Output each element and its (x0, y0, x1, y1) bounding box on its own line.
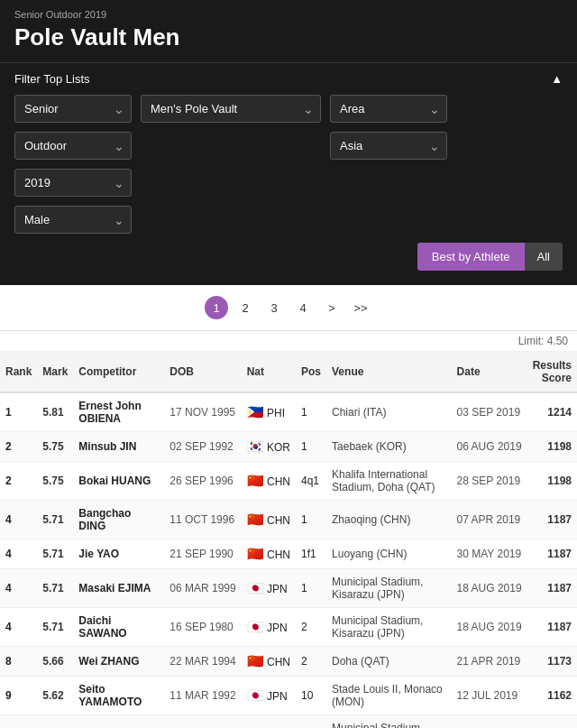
surface-select-wrap[interactable]: Outdoor (14, 132, 132, 160)
table-row: 4 5.71 Jie YAO 21 SEP 1990 🇨🇳 CHN 1f1 Lu… (0, 539, 577, 569)
discipline-select[interactable]: Men's Pole Vault (141, 95, 321, 123)
table-row: 2 5.75 Minsub JIN 02 SEP 1992 🇰🇷 KOR 1 T… (0, 432, 577, 462)
cell-score: 1187 (527, 569, 577, 608)
cell-competitor: Masaki EJIMA (73, 569, 164, 608)
cell-score: 1187 (527, 539, 577, 569)
cell-rank: 4 (0, 608, 37, 647)
filter-panel-header: Filter Top Lists ▲ (14, 72, 563, 86)
gender-select[interactable]: Male (14, 206, 132, 234)
cell-dob: 11 OCT 1996 (164, 501, 241, 539)
cell-dob: 22 MAR 1994 (164, 647, 241, 677)
page-title: Pole Vault Men (14, 23, 563, 51)
cell-nat: 🇰🇷 KOR (242, 432, 296, 462)
results-table-container: Limit: 4.50 Rank Mark Competitor DOB Nat… (0, 331, 577, 728)
results-table: Rank Mark Competitor DOB Nat Pos Venue D… (0, 352, 577, 728)
limit-info: Limit: 4.50 (0, 331, 577, 352)
cell-competitor: Minsub JIN (73, 432, 164, 462)
cell-nat: 🇨🇳 CHN (242, 647, 296, 677)
cell-pos: 1 (296, 432, 326, 462)
surface-select[interactable]: Outdoor (14, 132, 132, 160)
cell-venue: Municipal Stadium, Kisarazu (JPN) (326, 569, 452, 608)
level-select[interactable]: Senior (14, 95, 132, 123)
cell-competitor: Bangchao DING (73, 501, 164, 539)
cell-date: 06 AUG 2019 (452, 432, 527, 462)
filter-mid-col: Men's Pole Vault (141, 95, 321, 234)
cell-dob: 17 NOV 1995 (164, 392, 241, 432)
page-last-button[interactable]: >> (349, 296, 372, 319)
cell-score: 1162 (527, 677, 577, 715)
cell-rank: 4 (0, 501, 37, 539)
cell-pos: 2 (296, 647, 326, 677)
table-body: 1 5.81 Ernest John OBIENA 17 NOV 1995 🇵🇭… (0, 392, 577, 728)
cell-nat: 🇵🇭 PHI (242, 392, 296, 432)
cell-venue: Luoyang (CHN) (326, 539, 452, 569)
cell-pos: 2 (296, 608, 326, 647)
cell-dob: 16 SEP 1980 (164, 608, 241, 647)
area-value-select-wrap[interactable]: Asia (330, 132, 447, 160)
page-3-button[interactable]: 3 (262, 296, 286, 319)
cell-venue: Taebaek (KOR) (326, 432, 452, 462)
cell-rank: 1 (0, 392, 37, 432)
cell-date: 18 AUG 2019 (452, 715, 527, 729)
cell-venue: Stade Louis II, Monaco (MON) (326, 677, 452, 715)
cell-pos: 3 (296, 715, 326, 729)
cell-mark: 5.75 (37, 432, 73, 462)
cell-competitor: Ernest John OBIENA (73, 392, 164, 432)
cell-venue: Zhaoqing (CHN) (326, 501, 452, 539)
cell-mark: 5.75 (37, 462, 73, 501)
col-nat: Nat (242, 352, 296, 392)
cell-pos: 10 (296, 677, 326, 715)
col-venue: Venue (326, 352, 452, 392)
table-header: Rank Mark Competitor DOB Nat Pos Venue D… (0, 352, 577, 392)
table-row: 4 5.71 Bangchao DING 11 OCT 1996 🇨🇳 CHN … (0, 501, 577, 539)
cell-date: 12 JUL 2019 (452, 677, 527, 715)
col-mark: Mark (37, 352, 73, 392)
cell-venue: Chiari (ITA) (326, 392, 452, 432)
all-button[interactable]: All (525, 243, 563, 271)
filter-right-col: Area Asia (330, 95, 447, 234)
cell-mark: 5.81 (37, 392, 73, 432)
cell-score: 1198 (527, 432, 577, 462)
col-rank: Rank (0, 352, 37, 392)
cell-score: 1160 (527, 715, 577, 729)
area-label-select-wrap[interactable]: Area (330, 95, 447, 123)
page-next-button[interactable]: > (320, 296, 343, 319)
cell-dob: 11 MAR 1992 (164, 677, 241, 715)
cell-pos: 1 (296, 569, 326, 608)
col-dob: DOB (164, 352, 241, 392)
level-select-wrap[interactable]: Senior (14, 95, 132, 123)
year-select[interactable]: 2019 (14, 169, 132, 197)
cell-rank: 2 (0, 432, 37, 462)
cell-rank: 4 (0, 539, 37, 569)
table-row: 8 5.66 Wei ZHANG 22 MAR 1994 🇨🇳 CHN 2 Do… (0, 647, 577, 677)
area-value-select[interactable]: Asia (330, 132, 447, 160)
cell-pos: 4q1 (296, 462, 326, 501)
filter-panel: Filter Top Lists ▲ Senior Outdoor 2019 (0, 62, 577, 285)
page-subtitle: Senior Outdoor 2019 (14, 9, 563, 20)
col-competitor: Competitor (73, 352, 164, 392)
table-row: 1 5.81 Ernest John OBIENA 17 NOV 1995 🇵🇭… (0, 392, 577, 432)
cell-mark: 5.66 (37, 647, 73, 677)
discipline-select-wrap[interactable]: Men's Pole Vault (141, 95, 321, 123)
cell-competitor: Bokai HUANG (73, 462, 164, 501)
cell-venue: Doha (QAT) (326, 647, 452, 677)
year-select-wrap[interactable]: 2019 (14, 169, 132, 197)
cell-dob: 02 SEP 1992 (164, 432, 241, 462)
cell-mark: 5.71 (37, 539, 73, 569)
cell-dob: 06 MAR 1999 (164, 569, 241, 608)
page-4-button[interactable]: 4 (291, 296, 315, 319)
cell-mark: 5.71 (37, 501, 73, 539)
best-by-athlete-button[interactable]: Best by Athlete (417, 243, 525, 271)
cell-nat: 🇨🇳 CHN (242, 501, 296, 539)
cell-nat: 🇯🇵 JPN (242, 608, 296, 647)
page-2-button[interactable]: 2 (234, 296, 257, 319)
page-header: Senior Outdoor 2019 Pole Vault Men (0, 0, 577, 62)
cell-venue: Municipal Stadium, Kisarazu (JPN) (326, 608, 452, 647)
filter-left-col: Senior Outdoor 2019 Male (14, 95, 132, 234)
cell-dob: 28 SEP 1996 (164, 715, 241, 729)
gender-select-wrap[interactable]: Male (14, 206, 132, 234)
page-1-button[interactable]: 1 (205, 296, 228, 319)
filter-panel-chevron: ▲ (551, 72, 563, 86)
area-label-select[interactable]: Area (330, 95, 447, 123)
cell-score: 1187 (527, 501, 577, 539)
